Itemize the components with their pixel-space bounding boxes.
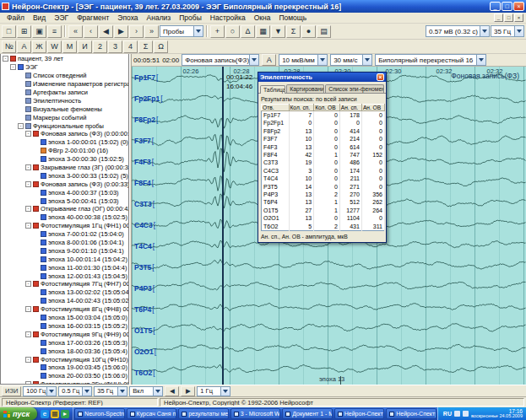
style-zh-button[interactable]: Ж	[32, 40, 46, 53]
tree-item[interactable]: эпоха 1-00:00:01 (15:02) (0)	[3, 138, 128, 147]
filter-combo-4[interactable]: Вкл	[129, 386, 163, 396]
event-marker-button[interactable]: ▼	[271, 25, 285, 38]
table-row[interactable]: O2O113011040	[262, 214, 385, 222]
tree-item[interactable]: -Фоновая запись (ФЗ) (0:00:33) (15:03:2)	[3, 180, 128, 188]
tree-expander-icon[interactable]: -	[25, 306, 31, 312]
tree-item[interactable]: Список отведений	[3, 72, 128, 80]
speed-combo[interactable]: 30 мм/с	[330, 54, 372, 66]
table-row[interactable]: Fp1F7701780	[262, 111, 385, 120]
chevron-down-icon[interactable]	[317, 55, 327, 65]
start-button[interactable]: пуск	[0, 407, 37, 420]
freq-display-combo[interactable]: 35 Гц	[491, 25, 524, 37]
tree-item[interactable]: -Фоновая запись (ФЗ) (0:00:00:00) (15:02…	[3, 130, 128, 138]
tree-item[interactable]: -Фотостимуляция 10Гц (ФН10) 00:03:43 (1	[3, 355, 128, 363]
tree-item[interactable]: -Фотостимуляция 1Гц (ФН1) 00:01:00 (15:0	[3, 222, 128, 230]
tree-item[interactable]: -Фотостимуляция 9Гц (ФН9) 00:03:24 (15:	[3, 330, 128, 338]
menu-item-1[interactable]: Вид	[29, 13, 50, 22]
table-row[interactable]: P3T51402710	[262, 183, 385, 191]
mdi-close-button[interactable]: ×	[514, 13, 523, 22]
tree-expander-icon[interactable]: -	[25, 331, 31, 337]
dialog-tab-2[interactable]: Список эпи-феноменов	[325, 84, 384, 93]
table-row[interactable]: F3F71002140	[262, 135, 385, 143]
tree-item[interactable]: эпоха 3-00:00:33 (15:02) (5)	[3, 171, 128, 180]
save-study-button[interactable]: ▣	[32, 25, 46, 38]
channel-label-F8F4[interactable]: F8F4[	[134, 179, 154, 187]
marker-m-button[interactable]: М	[62, 40, 77, 53]
chevron-down-icon[interactable]	[193, 26, 203, 36]
go-last-button[interactable]: »	[144, 25, 159, 38]
channel-label-T6O2[interactable]: T6O2[	[134, 369, 155, 377]
tree-item[interactable]: эпоха 19-00:03:45 (15:06:0)	[3, 363, 128, 372]
spectrum-analysis-button[interactable]: Σ	[286, 25, 301, 38]
table-row[interactable]: P4P3132270356	[262, 191, 385, 198]
tree-expander-icon[interactable]: -	[25, 164, 31, 170]
menu-item-4[interactable]: Эпоха	[113, 13, 142, 22]
channel-label-Fp2Fp1[interactable]: Fp2Fp1[	[134, 94, 163, 103]
scale-display-combo[interactable]: 0.57 мВ (0.32 с)	[426, 25, 490, 37]
new-study-button[interactable]: □	[2, 25, 16, 38]
table-row[interactable]: C3T31904860	[262, 159, 385, 166]
task-button-6[interactable]: Нейрон-Спектр	[386, 408, 437, 419]
tree-expander-icon[interactable]: -	[10, 64, 16, 70]
dialog-tab-0[interactable]: Таблица	[260, 85, 285, 94]
chevron-down-icon[interactable]	[153, 387, 162, 396]
channel-label-O1T5[interactable]: O1T5[	[134, 326, 155, 335]
chevron-down-icon[interactable]	[249, 55, 258, 65]
menu-item-7[interactable]: Настройка	[206, 13, 250, 22]
sum-view-button[interactable]: Σ	[138, 40, 153, 53]
probes-combo[interactable]: Пробы	[160, 25, 203, 37]
mdi-restore-button[interactable]: □	[504, 13, 513, 22]
restore-button[interactable]: □	[502, 2, 512, 11]
channel-label-C4C3[interactable]: C4C3[	[134, 221, 155, 229]
menu-item-0[interactable]: Файл	[3, 13, 29, 22]
split-3-button[interactable]: 3	[108, 40, 122, 53]
task-button-3[interactable]: 3 - Microsoft Word	[230, 408, 281, 419]
mapping-button[interactable]: ●	[301, 25, 316, 38]
table-row[interactable]: T4C41002110	[262, 175, 385, 182]
go-next-button[interactable]: ›	[129, 25, 144, 38]
channel-label-Fp1F7[interactable]: Fp1F7[	[134, 73, 158, 82]
dialog-tab-1[interactable]: Картирование	[286, 84, 324, 93]
channel-label-F8Fp2[interactable]: F8Fp2[	[134, 116, 158, 124]
tree-item[interactable]: Эпилептичность	[3, 96, 128, 105]
tree-item[interactable]: -Фотостимуляция 7Гц (ФН7) 00:02:50 (15:	[3, 280, 128, 288]
filter-button-5[interactable]: ◀	[165, 386, 179, 396]
tree-item[interactable]: эпоха 8-00:01:06 (15:04:1)	[3, 239, 128, 247]
channel-label-P4P3[interactable]: P4P3[	[134, 284, 155, 293]
chevron-down-icon[interactable]	[362, 55, 371, 65]
menu-item-3[interactable]: Фрагмент	[73, 13, 113, 22]
tree-expander-icon[interactable]: -	[25, 281, 31, 287]
tree-item[interactable]: эпоха 17-00:03:26 (15:05:3)	[3, 338, 128, 347]
dialog-title-bar[interactable]: Эпилептичность ×	[258, 73, 386, 82]
channel-label-F3F7[interactable]: F3F7[	[134, 137, 154, 145]
split-2-button[interactable]: 2	[93, 40, 107, 53]
table-row[interactable]: O1T52711277264	[262, 207, 385, 214]
play-button[interactable]: ▶	[114, 25, 128, 38]
tree-item[interactable]: -Закрывание глаз (ЗГ) (00:00:32) (15:02:…	[3, 164, 128, 172]
tree-item[interactable]: эпоха 14-00:02:43 (15:05:02)	[3, 297, 128, 305]
report-button[interactable]: ▤	[317, 25, 331, 38]
chevron-down-icon[interactable]	[476, 55, 485, 65]
amplitude-a-button[interactable]: А	[17, 40, 31, 53]
tree-expander-icon[interactable]: -	[25, 206, 31, 212]
grid-toggle-button[interactable]: ▦	[256, 25, 270, 38]
table-row[interactable]: T6P4131512262	[262, 198, 385, 206]
internet-explorer-icon[interactable]: e	[41, 410, 49, 418]
split-4-button[interactable]: 4	[123, 40, 138, 53]
gain-button[interactable]: А	[262, 54, 276, 66]
menu-item-2[interactable]: ЭЭГ	[50, 13, 73, 22]
epileptiform-dialog[interactable]: Эпилептичность × ТаблицаКартированиеСпис…	[258, 72, 387, 243]
minimize-button[interactable]: _	[490, 2, 501, 11]
tray-clock[interactable]: 17:16 воскресенье 24.05.2009	[471, 409, 523, 419]
channel-label-T4C4[interactable]: T4C4[	[134, 242, 155, 250]
dialog-close-icon[interactable]: ×	[377, 73, 384, 81]
chevron-down-icon[interactable]	[480, 26, 489, 36]
media-player-icon[interactable]: ▸	[61, 410, 69, 418]
filter-button-6[interactable]: ▶	[181, 386, 195, 396]
table-row[interactable]: Fp2Fp10000	[262, 119, 385, 127]
task-button-1[interactable]: Курсач Саня по МВ...	[127, 408, 177, 419]
epoch-cursor-line[interactable]	[222, 67, 224, 385]
filter-combo-7[interactable]: 1 Гц	[197, 386, 230, 396]
chevron-down-icon[interactable]	[82, 387, 91, 396]
task-button-0[interactable]: Neuron-Spectrum	[74, 408, 125, 419]
